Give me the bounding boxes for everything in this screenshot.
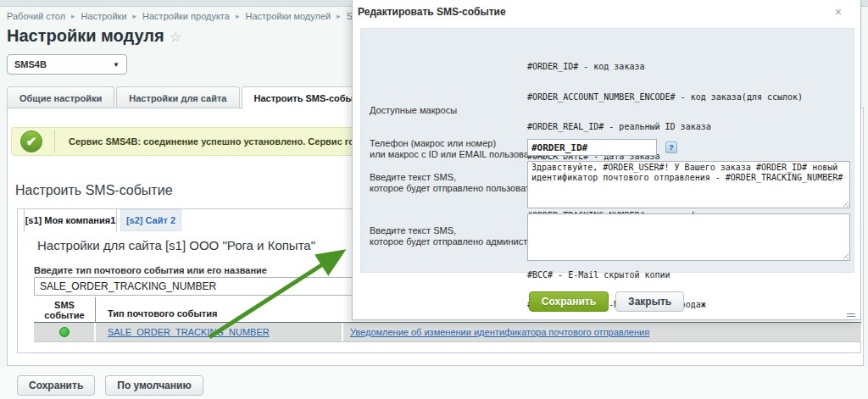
breadcrumb-separator: ▸ bbox=[236, 12, 240, 20]
close-icon[interactable]: × bbox=[835, 6, 842, 18]
tab-site-settings[interactable]: Настройки для сайта bbox=[116, 86, 239, 108]
breadcrumb-separator: ▸ bbox=[71, 12, 75, 20]
dialog-form: Доступные макросы #ORDER_ID# - код заказ… bbox=[360, 28, 854, 273]
site-tab-company1[interactable]: [s1] Моя компания1 bbox=[24, 208, 117, 232]
breadcrumb-separator: ▸ bbox=[133, 12, 137, 20]
sms-user-textarea[interactable]: Здравствуйте, #ORDER_USER#! У Вашего зак… bbox=[527, 161, 850, 208]
breadcrumb: Рабочий стол▸Настройки▸Настройки продукт… bbox=[7, 11, 378, 21]
dialog-title: Редактировать SMS-событие bbox=[358, 6, 506, 18]
chevron-down-icon: ▼ bbox=[113, 61, 120, 69]
dialog-buttons: Сохранить Закрыть bbox=[353, 291, 860, 312]
breadcrumb-desktop[interactable]: Рабочий стол bbox=[7, 11, 65, 21]
event-type-link[interactable]: SALE_ORDER_TRACKING_NUMBER bbox=[108, 327, 270, 337]
page-footer-buttons: Сохранить По умолчанию bbox=[17, 375, 203, 396]
breadcrumb-product-settings[interactable]: Настройки продукта bbox=[142, 11, 230, 21]
sms-user-label: Введите текст SMS,которое будет отправле… bbox=[370, 172, 547, 194]
header-sms-event: SMSсобытие bbox=[34, 297, 96, 322]
edit-sms-event-dialog: Редактировать SMS-событие × Доступные ма… bbox=[352, 0, 861, 320]
sms-admin-textarea[interactable] bbox=[527, 213, 850, 261]
section-title: Настроить SMS-событие bbox=[15, 183, 173, 198]
breadcrumb-module-settings[interactable]: Настройки модулей bbox=[245, 11, 331, 21]
macros-label: Доступные макросы bbox=[370, 105, 457, 116]
dialog-resize-handle[interactable] bbox=[847, 313, 855, 317]
site-tab-site2[interactable]: [s2] Сайт 2 bbox=[120, 209, 181, 231]
dialog-close-button[interactable]: Закрыть bbox=[615, 291, 684, 312]
dialog-save-button[interactable]: Сохранить bbox=[529, 291, 609, 312]
site-heading: Настройки для сайта [s1] ООО "Рога и Коп… bbox=[37, 238, 315, 252]
save-button[interactable]: Сохранить bbox=[17, 375, 95, 396]
breadcrumb-settings[interactable]: Настройки bbox=[81, 11, 127, 21]
phone-label: Телефон (макрос или номер)или макрос с I… bbox=[370, 138, 548, 160]
header-event-type: Тип почтового события bbox=[96, 297, 345, 322]
module-select[interactable]: SMS4B ▼ bbox=[7, 54, 127, 75]
status-active-dot bbox=[59, 327, 70, 337]
module-select-value: SMS4B bbox=[14, 59, 47, 69]
page-title: Настройки модуля☆ bbox=[7, 26, 181, 46]
phone-input[interactable] bbox=[527, 139, 657, 156]
breadcrumb-separator: ▸ bbox=[337, 12, 341, 20]
success-check-icon: ✔ bbox=[20, 130, 42, 152]
defaults-button[interactable]: По умолчанию bbox=[105, 375, 203, 396]
favorite-star-icon[interactable]: ☆ bbox=[170, 30, 181, 44]
help-icon[interactable]: ? bbox=[665, 141, 677, 153]
event-filter-label: Введите тип почтового события или его на… bbox=[34, 265, 267, 275]
tab-general-settings[interactable]: Общие настройки bbox=[7, 86, 114, 108]
